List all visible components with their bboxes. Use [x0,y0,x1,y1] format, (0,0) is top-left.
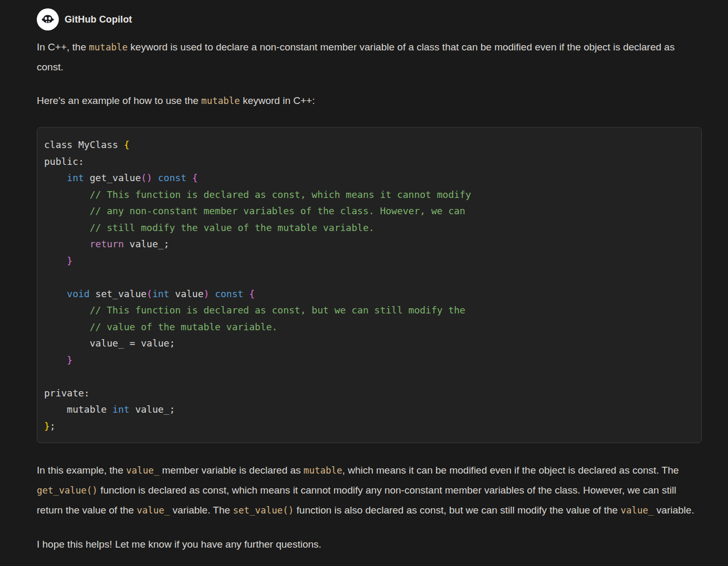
text-run: member variable is declared as [159,465,304,476]
code-line [44,368,694,385]
code-line: }; [44,418,694,435]
inline-code: mutable [304,465,342,476]
copilot-icon [40,12,56,27]
assistant-name: GitHub Copilot [65,14,132,25]
inline-code: mutable [89,42,128,53]
inline-code: value_ [126,465,159,476]
text-run: , which means it can be modified even if… [342,465,679,476]
code-line: class MyClass { [44,137,694,153]
example-lead-paragraph: Here's an example of how to use the muta… [37,91,702,111]
copilot-chat-message: GitHub Copilot In C++, the mutable keywo… [0,0,728,566]
inline-code: value_ [620,505,653,516]
code-line: // value of the mutable variable. [44,319,694,336]
code-line: int get_value() const { [44,170,694,186]
code-line: mutable int value_; [44,401,694,418]
text-run: I hope this helps! Let me know if you ha… [37,539,321,550]
code-line: } [44,352,694,369]
cpp-code-block: class MyClass {public: int get_value() c… [37,127,702,443]
code-line: } [44,253,694,269]
code-line: return value_; [44,236,694,253]
code-line: // This function is declared as const, w… [44,186,694,203]
text-run: variable. The [170,505,233,516]
message-header: GitHub Copilot [37,8,702,30]
inline-code: get_value() [37,485,98,496]
code-line: // any non-constant member variables of … [44,203,694,219]
explanation-paragraph: In this example, the value_ member varia… [37,460,702,520]
code-line: // still modify the value of the mutable… [44,219,694,236]
closing-paragraph: I hope this helps! Let me know if you ha… [37,534,702,554]
inline-code: value_ [137,505,170,516]
code-line: public: [44,153,694,170]
text-run: function is also declared as const, but … [294,505,620,516]
code-line: private: [44,385,694,402]
text-run: variable. [654,505,694,516]
intro-paragraph: In C++, the mutable keyword is used to d… [37,37,702,77]
code-line: value_ = value; [44,335,694,352]
text-run: In C++, the [37,41,89,53]
copilot-avatar [37,8,59,30]
text-run: keyword in C++: [240,95,315,106]
inline-code: mutable [201,96,240,106]
code-line: // This function is declared as const, b… [44,302,694,319]
code-line [44,269,694,286]
code-line: void set_value(int value) const { [44,286,694,302]
text-run: Here's an example of how to use the [37,95,201,106]
inline-code: set_value() [233,505,294,516]
text-run: keyword is used to declare a non-constan… [37,41,674,72]
text-run: In this example, the [37,465,126,476]
